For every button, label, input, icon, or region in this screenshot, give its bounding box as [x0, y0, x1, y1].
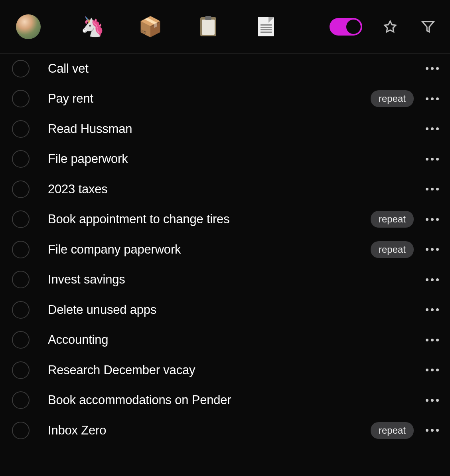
- task-row[interactable]: File company paperworkrepeat: [0, 234, 450, 265]
- svg-marker-1: [422, 22, 434, 32]
- task-checkbox[interactable]: [12, 120, 30, 138]
- task-checkbox[interactable]: [12, 422, 30, 439]
- task-list: Call vetPay rentrepeatRead HussmanFile p…: [0, 54, 450, 446]
- task-row[interactable]: Book appointment to change tiresrepeat: [0, 204, 450, 235]
- task-row[interactable]: Accounting: [0, 325, 450, 355]
- task-row[interactable]: Pay rentrepeat: [0, 84, 450, 114]
- more-icon[interactable]: [422, 335, 439, 345]
- more-icon[interactable]: [422, 275, 439, 284]
- more-icon[interactable]: [422, 124, 439, 133]
- task-title: Book appointment to change tires: [48, 212, 371, 226]
- task-title: File paperwork: [48, 152, 422, 166]
- task-row[interactable]: Book accommodations on Pender: [0, 385, 450, 416]
- task-row[interactable]: Inbox Zerorepeat: [0, 415, 450, 446]
- more-icon[interactable]: [422, 215, 439, 224]
- task-title: Invest savings: [48, 272, 422, 287]
- toggle-switch[interactable]: [330, 18, 362, 36]
- task-checkbox[interactable]: [12, 331, 30, 349]
- task-row[interactable]: Call vet: [0, 54, 450, 84]
- more-icon[interactable]: [422, 64, 439, 73]
- avatar[interactable]: [16, 14, 41, 39]
- filter-icon[interactable]: [418, 17, 438, 37]
- task-title: Pay rent: [48, 91, 371, 106]
- repeat-badge: repeat: [371, 90, 414, 107]
- header-right-controls: [330, 17, 438, 37]
- clipboard-icon[interactable]: [198, 17, 218, 37]
- task-checkbox[interactable]: [12, 60, 30, 77]
- unicorn-icon[interactable]: 🦄: [83, 17, 103, 37]
- task-title: Read Hussman: [48, 122, 422, 136]
- repeat-badge: repeat: [371, 211, 414, 228]
- task-title: 2023 taxes: [48, 182, 422, 196]
- task-checkbox[interactable]: [12, 301, 30, 319]
- more-icon[interactable]: [422, 245, 439, 254]
- toggle-knob: [346, 20, 361, 34]
- task-title: Call vet: [48, 61, 422, 76]
- task-title: Delete unused apps: [48, 303, 422, 317]
- task-row[interactable]: Delete unused apps: [0, 295, 450, 325]
- task-checkbox[interactable]: [12, 391, 30, 409]
- task-checkbox[interactable]: [12, 90, 30, 107]
- task-title: Accounting: [48, 333, 422, 347]
- task-title: Inbox Zero: [48, 423, 371, 438]
- task-title: Book accommodations on Pender: [48, 393, 422, 407]
- task-row[interactable]: Read Hussman: [0, 114, 450, 144]
- task-checkbox[interactable]: [12, 241, 30, 258]
- task-row[interactable]: Invest savings: [0, 265, 450, 295]
- task-title: File company paperwork: [48, 242, 371, 257]
- star-icon[interactable]: [380, 17, 400, 37]
- document-icon[interactable]: [256, 17, 276, 37]
- svg-marker-0: [385, 21, 396, 32]
- more-icon[interactable]: [422, 155, 439, 164]
- header-filter-icons: 🦄 📦: [83, 17, 322, 37]
- task-row[interactable]: 2023 taxes: [0, 174, 450, 204]
- more-icon[interactable]: [422, 426, 439, 435]
- task-row[interactable]: Research December vacay: [0, 355, 450, 385]
- box-icon[interactable]: 📦: [140, 17, 160, 37]
- repeat-badge: repeat: [371, 422, 414, 439]
- more-icon[interactable]: [422, 365, 439, 375]
- more-icon[interactable]: [422, 94, 439, 103]
- header-bar: 🦄 📦: [0, 0, 450, 54]
- task-checkbox[interactable]: [12, 361, 30, 379]
- more-icon[interactable]: [422, 305, 439, 314]
- repeat-badge: repeat: [371, 241, 414, 258]
- task-title: Research December vacay: [48, 363, 422, 377]
- task-checkbox[interactable]: [12, 210, 30, 228]
- more-icon[interactable]: [422, 184, 439, 194]
- task-checkbox[interactable]: [12, 271, 30, 288]
- more-icon[interactable]: [422, 396, 439, 405]
- task-checkbox[interactable]: [12, 150, 30, 168]
- task-checkbox[interactable]: [12, 180, 30, 198]
- task-row[interactable]: File paperwork: [0, 144, 450, 175]
